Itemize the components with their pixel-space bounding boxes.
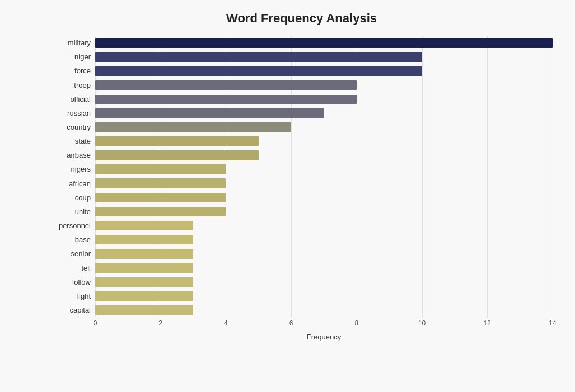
bar-fill [95,66,422,75]
bar-fill [95,193,226,202]
bar-row: country [50,120,553,134]
grid-line [553,36,553,317]
bar-row: coup [50,191,553,205]
bar-row: senior [50,247,553,261]
bar-fill [95,305,193,315]
bar-row: official [50,92,553,106]
bar-row: troop [50,78,553,92]
bar-label: russian [50,109,95,117]
bar-fill [95,38,553,48]
bar-fill [95,221,193,230]
bar-fill [95,235,193,244]
bar-row: capital [50,303,553,317]
bar-fill [95,291,193,301]
bar-fill [95,277,193,287]
bar-fill [95,95,357,104]
bar-label: tell [50,264,95,272]
bar-fill [95,136,259,146]
bar-label: force [50,67,95,75]
bar-fill [95,80,357,89]
bar-label: capital [50,306,95,314]
bar-label: senior [50,249,95,258]
bar-row: airbase [50,148,553,162]
bar-fill [95,108,324,118]
bar-row: russian [50,106,553,120]
bar-row: nigers [50,162,553,176]
x-tick-label: 6 [289,319,293,327]
bar-label: personnel [50,221,95,230]
bar-label: niger [50,53,95,61]
bar-label: fight [50,292,95,300]
bar-label: coup [50,193,95,202]
bar-fill [95,150,259,160]
x-tick-label: 2 [158,319,162,327]
bar-fill [95,122,291,132]
bar-fill [95,178,226,188]
x-tick-label: 10 [418,319,426,327]
bar-row: niger [50,50,553,64]
chart-container: Word Frequency Analysis militarynigerfor… [0,0,575,392]
x-axis-label: Frequency [95,333,553,341]
bar-fill [95,249,193,258]
bar-row: force [50,64,553,78]
x-tick-label: 8 [355,319,359,327]
bar-row: unite [50,205,553,219]
bar-row: personnel [50,219,553,233]
bar-label: country [50,123,95,131]
bar-row: military [50,36,553,50]
bar-row: tell [50,261,553,275]
bar-fill [95,207,226,216]
bar-row: base [50,233,553,247]
bar-row: state [50,134,553,148]
x-tick-label: 14 [549,319,556,327]
bar-row: follow [50,275,553,289]
bar-label: african [50,180,95,188]
bar-label: official [50,95,95,103]
bar-label: state [50,137,95,145]
bar-label: nigers [50,165,95,173]
x-tick-label: 12 [484,319,491,327]
bar-fill [95,263,193,272]
bar-label: follow [50,278,95,286]
bar-row: fight [50,289,553,303]
x-axis-ticks: 02468101214 [95,317,553,330]
bar-row: african [50,177,553,191]
x-tick-label: 4 [224,319,228,327]
bar-label: unite [50,207,95,216]
bar-label: troop [50,81,95,89]
chart-title: Word Frequency Analysis [50,11,553,26]
bars-content: militarynigerforcetroopofficialrussianco… [50,36,553,317]
x-tick-label: 0 [94,319,97,327]
bar-label: military [50,39,95,47]
bar-fill [95,52,422,62]
bar-label: base [50,235,95,244]
bar-fill [95,164,226,174]
bar-label: airbase [50,151,95,159]
